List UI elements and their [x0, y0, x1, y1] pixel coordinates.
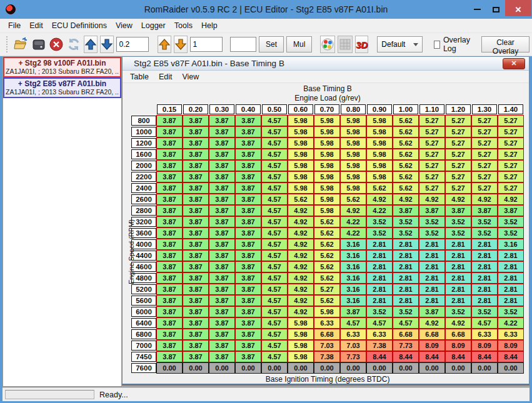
table-cell[interactable]: 0.00	[445, 362, 471, 374]
table-cell[interactable]: 2.81	[393, 295, 419, 306]
table-cell[interactable]: 5.62	[393, 149, 419, 160]
table-cell[interactable]: 5.27	[445, 160, 471, 171]
table-cell[interactable]: 5.98	[314, 137, 340, 149]
table-cell[interactable]: 3.87	[235, 261, 261, 272]
table-cell[interactable]: 0.00	[183, 362, 209, 374]
menu-item[interactable]: Edit	[25, 19, 48, 32]
table-cell[interactable]: 3.87	[209, 351, 235, 362]
table-cell[interactable]: 3.87	[209, 227, 235, 239]
table-cell[interactable]: 4.22	[366, 205, 393, 216]
table-cell[interactable]: 3.87	[209, 340, 235, 351]
table-cell[interactable]: 4.57	[261, 272, 288, 284]
table-cell[interactable]: 5.98	[288, 137, 314, 149]
table-cell[interactable]: 5.27	[445, 182, 471, 194]
table-cell[interactable]: 4.57	[471, 317, 498, 329]
table-cell[interactable]: 0.00	[288, 362, 314, 374]
toolbar-grip[interactable]	[6, 36, 9, 52]
table-cell[interactable]: 5.98	[340, 182, 366, 194]
refresh-button[interactable]	[66, 36, 81, 52]
table-cell[interactable]: 3.87	[340, 306, 366, 317]
table-cell[interactable]: 3.87	[209, 205, 235, 216]
table-cell[interactable]: 2.81	[393, 250, 419, 261]
table-menu-item[interactable]: Table	[125, 71, 154, 82]
table-cell[interactable]: 3.87	[183, 171, 209, 182]
table-cell[interactable]: 3.87	[156, 205, 183, 216]
menu-item[interactable]: Logger	[137, 19, 170, 32]
table-cell[interactable]: 7.03	[314, 340, 340, 351]
table-cell[interactable]: 5.98	[340, 160, 366, 171]
table-cell[interactable]: 3.87	[235, 227, 261, 239]
rom-title[interactable]: + Stg2 98 v100F A01I.bin	[6, 59, 119, 67]
table-cell[interactable]: 2.81	[498, 295, 524, 306]
table-cell[interactable]: 3.87	[156, 115, 183, 126]
table-cell[interactable]: 7.03	[340, 340, 366, 351]
table-cell[interactable]: 8.09	[419, 340, 445, 351]
table-cell[interactable]: 2.81	[419, 284, 445, 295]
table-cell[interactable]: 3.87	[209, 284, 235, 295]
table-cell[interactable]: 5.27	[471, 149, 498, 160]
table-cell[interactable]: 3.87	[209, 137, 235, 149]
table-cell[interactable]: 4.92	[288, 250, 314, 261]
table-cell[interactable]: 5.27	[498, 126, 524, 137]
table-cell[interactable]: 3.87	[209, 126, 235, 137]
table-cell[interactable]: 5.27	[471, 160, 498, 171]
table-cell[interactable]: 3.87	[209, 115, 235, 126]
table-cell[interactable]: 3.16	[340, 284, 366, 295]
table-cell[interactable]: 3.87	[209, 216, 235, 227]
table-cell[interactable]: 6.33	[366, 329, 393, 340]
table-cell[interactable]: 3.87	[183, 329, 209, 340]
table-cell[interactable]: 3.52	[471, 216, 498, 227]
rom-entry-stg2-e85[interactable]: + Stg2 E85 v87F A01I.bin ZA1JA01I, ; 201…	[3, 77, 121, 98]
table-cell[interactable]: 5.27	[498, 182, 524, 194]
table-cell[interactable]: 3.87	[183, 317, 209, 329]
table-cell[interactable]: 3.52	[393, 306, 419, 317]
table-cell[interactable]: 4.57	[261, 149, 288, 160]
table-cell[interactable]: 8.44	[366, 351, 393, 362]
table-cell[interactable]: 4.92	[288, 239, 314, 250]
table-cell[interactable]: 3.52	[366, 306, 393, 317]
table-cell[interactable]: 6.68	[445, 329, 471, 340]
menu-item[interactable]: Tools	[170, 19, 197, 32]
maximize-button[interactable]	[486, 2, 505, 16]
table-cell[interactable]: 3.87	[156, 295, 183, 306]
table-cell[interactable]: 2.81	[498, 272, 524, 284]
table-cell[interactable]: 2.81	[471, 239, 498, 250]
set-button[interactable]: Set	[259, 36, 284, 52]
table-cell[interactable]: 3.87	[209, 306, 235, 317]
table-cell[interactable]: 5.98	[340, 115, 366, 126]
table-cell[interactable]: 3.87	[156, 194, 183, 205]
table-cell[interactable]: 4.57	[261, 329, 288, 340]
table-cell[interactable]: 7.73	[393, 340, 419, 351]
table-cell[interactable]: 2.81	[393, 284, 419, 295]
table-cell[interactable]: 5.27	[498, 137, 524, 149]
close-button[interactable]: ✕	[505, 0, 531, 16]
table-cell[interactable]: 4.92	[288, 216, 314, 227]
table-cell[interactable]: 3.87	[183, 149, 209, 160]
table-cell[interactable]: 3.87	[209, 261, 235, 272]
table-cell[interactable]: 5.27	[419, 137, 445, 149]
table-cell[interactable]: 5.62	[314, 216, 340, 227]
table-cell[interactable]: 5.98	[314, 182, 340, 194]
table-cell[interactable]: 2.81	[419, 250, 445, 261]
table-cell[interactable]: 3.52	[366, 216, 393, 227]
table-cell[interactable]: 3.87	[419, 306, 445, 317]
table-cell[interactable]: 3.87	[235, 126, 261, 137]
table-cell[interactable]: 5.98	[288, 171, 314, 182]
table-cell[interactable]: 3.52	[498, 306, 524, 317]
table-cell[interactable]: 2.81	[498, 284, 524, 295]
table-cell[interactable]: 8.44	[498, 351, 524, 362]
table-cell[interactable]: 3.87	[156, 160, 183, 171]
minimize-button[interactable]	[468, 2, 486, 16]
fine-adjust-input[interactable]	[190, 37, 223, 52]
table-cell[interactable]: 0.00	[340, 362, 366, 374]
menu-item[interactable]: Help	[197, 19, 222, 32]
table-cell[interactable]: 2.81	[498, 250, 524, 261]
table-cell[interactable]: 4.57	[261, 351, 288, 362]
table-cell[interactable]: 6.33	[498, 329, 524, 340]
table-cell[interactable]: 3.87	[183, 160, 209, 171]
table-cell[interactable]: 3.87	[209, 239, 235, 250]
table-cell[interactable]: 5.62	[288, 194, 314, 205]
table-cell[interactable]: 5.98	[340, 149, 366, 160]
table-cell[interactable]: 5.98	[288, 149, 314, 160]
table-cell[interactable]: 5.98	[288, 329, 314, 340]
